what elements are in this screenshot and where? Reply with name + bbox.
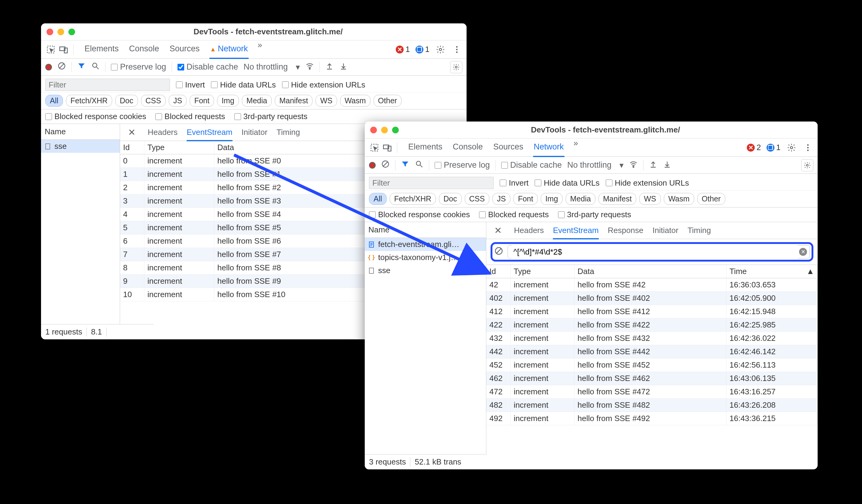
hide-data-urls-checkbox[interactable]: Hide data URLs <box>535 178 600 188</box>
subtab-headers[interactable]: Headers <box>148 128 178 137</box>
record-icon[interactable] <box>45 64 52 70</box>
table-header-type[interactable]: Type <box>511 265 574 278</box>
download-icon[interactable] <box>663 160 671 170</box>
type-chip-all[interactable]: All <box>45 95 63 107</box>
device-icon[interactable] <box>58 44 69 55</box>
error-badge[interactable]: ✕2 <box>747 143 761 152</box>
table-row[interactable]: 482incrementhello from SSE #48216:43:26.… <box>486 399 818 412</box>
preserve-log-checkbox[interactable]: Preserve log <box>435 160 490 170</box>
third-party-checkbox[interactable]: 3rd-party requests <box>558 210 631 219</box>
tab-console[interactable]: Console <box>129 40 160 58</box>
clear-icon[interactable] <box>57 62 66 72</box>
throttling-select[interactable]: No throttling▾ <box>567 160 624 170</box>
inspect-icon[interactable] <box>45 44 56 55</box>
more-tabs-icon[interactable]: » <box>574 138 578 157</box>
disable-cache-checkbox[interactable]: Disable cache <box>501 160 562 170</box>
network-settings-icon[interactable] <box>450 61 462 73</box>
table-row[interactable]: 42incrementhello from SSE #4216:36:03.65… <box>486 278 818 292</box>
search-icon[interactable] <box>415 160 423 170</box>
type-chip-all[interactable]: All <box>369 193 387 205</box>
close-icon[interactable]: ✕ <box>491 225 505 236</box>
filter-input[interactable] <box>369 177 494 189</box>
close-window-icon[interactable] <box>47 29 53 35</box>
tab-sources[interactable]: Sources <box>493 138 524 157</box>
subtab-initiator[interactable]: Initiator <box>241 128 267 137</box>
type-chip-ws[interactable]: WS <box>315 95 337 107</box>
type-chip-css[interactable]: CSS <box>465 193 489 205</box>
table-header-data[interactable]: Data <box>574 265 727 278</box>
filter-input[interactable] <box>45 79 170 91</box>
type-chip-js[interactable]: JS <box>492 193 510 205</box>
table-header-data[interactable]: Data <box>214 141 381 154</box>
blocked-requests-checkbox[interactable]: Blocked requests <box>479 210 549 219</box>
type-chip-media[interactable]: Media <box>242 95 272 107</box>
close-icon[interactable]: ✕ <box>125 127 139 137</box>
table-row[interactable]: 472incrementhello from SSE #47216:43:16.… <box>486 385 818 399</box>
type-chip-doc[interactable]: Doc <box>439 193 461 205</box>
table-row[interactable]: 462incrementhello from SSE #46216:43:06.… <box>486 372 818 385</box>
disable-cache-checkbox[interactable]: Disable cache <box>178 62 238 72</box>
table-row[interactable]: 492incrementhello from SSE #49216:43:36.… <box>486 412 818 425</box>
type-chip-font[interactable]: Font <box>513 193 538 205</box>
filter-icon[interactable] <box>401 160 409 170</box>
type-chip-manifest[interactable]: Manifest <box>599 193 636 205</box>
regex-filter-input[interactable] <box>510 245 799 258</box>
clear-icon[interactable] <box>381 160 390 170</box>
table-header-id[interactable]: Id <box>120 141 144 154</box>
tab-sources[interactable]: Sources <box>169 40 200 58</box>
table-header-time[interactable]: Time▲ <box>727 265 818 278</box>
type-chip-wasm[interactable]: Wasm <box>340 95 370 107</box>
issues-badge[interactable]: ❐1 <box>767 143 781 152</box>
invert-checkbox[interactable]: Invert <box>176 80 205 90</box>
type-chip-ws[interactable]: WS <box>639 193 661 205</box>
tab-console[interactable]: Console <box>452 138 484 157</box>
record-icon[interactable] <box>369 162 376 169</box>
filter-icon[interactable] <box>77 62 86 72</box>
subtab-response[interactable]: Response <box>608 226 643 235</box>
kebab-icon[interactable] <box>802 142 813 153</box>
wifi-icon[interactable] <box>629 160 638 170</box>
type-chip-other[interactable]: Other <box>374 95 402 107</box>
subtab-headers[interactable]: Headers <box>514 226 544 235</box>
type-chip-other[interactable]: Other <box>697 193 726 205</box>
request-item[interactable]: fetch-eventstream.gli… <box>365 238 486 251</box>
settings-icon[interactable] <box>435 44 446 55</box>
table-row[interactable]: 412incrementhello from SSE #41216:42:15.… <box>486 305 818 318</box>
issues-badge[interactable]: ❐1 <box>416 45 430 54</box>
zoom-window-icon[interactable] <box>68 29 75 35</box>
clear-icon[interactable] <box>494 247 503 257</box>
table-header-id[interactable]: Id <box>486 265 511 278</box>
subtab-eventstream[interactable]: EventStream <box>553 226 599 239</box>
close-window-icon[interactable] <box>370 127 377 133</box>
type-chip-fetch-xhr[interactable]: Fetch/XHR <box>66 95 112 107</box>
subtab-eventstream[interactable]: EventStream <box>187 128 232 141</box>
tab-network[interactable]: Network <box>533 138 564 157</box>
hide-ext-urls-checkbox[interactable]: Hide extension URLs <box>606 178 689 188</box>
type-chip-manifest[interactable]: Manifest <box>275 95 312 107</box>
hide-data-urls-checkbox[interactable]: Hide data URLs <box>211 80 276 90</box>
type-chip-font[interactable]: Font <box>190 95 214 107</box>
type-chip-fetch-xhr[interactable]: Fetch/XHR <box>390 193 436 205</box>
table-row[interactable]: 402incrementhello from SSE #40216:42:05.… <box>486 292 818 305</box>
kebab-icon[interactable] <box>452 44 462 55</box>
subtab-timing[interactable]: Timing <box>688 226 711 235</box>
request-item[interactable]: topics-taxonomy-v1.j… <box>365 251 486 264</box>
table-row[interactable]: 442incrementhello from SSE #44216:42:46.… <box>486 345 818 358</box>
more-tabs-icon[interactable]: » <box>258 40 262 58</box>
type-chip-js[interactable]: JS <box>169 95 187 107</box>
invert-checkbox[interactable]: Invert <box>500 178 528 188</box>
table-header-type[interactable]: Type <box>144 141 214 154</box>
type-chip-img[interactable]: Img <box>541 193 563 205</box>
inspect-icon[interactable] <box>369 142 380 153</box>
hide-ext-urls-checkbox[interactable]: Hide extension URLs <box>282 80 365 90</box>
minimize-window-icon[interactable] <box>381 127 388 133</box>
error-badge[interactable]: ✕1 <box>396 45 410 54</box>
blocked-cookies-checkbox[interactable]: Blocked response cookies <box>369 210 470 219</box>
minimize-window-icon[interactable] <box>57 29 64 35</box>
type-chip-css[interactable]: CSS <box>141 95 166 107</box>
table-row[interactable]: 422incrementhello from SSE #42216:42:25.… <box>486 318 818 332</box>
blocked-cookies-checkbox[interactable]: Blocked response cookies <box>45 112 146 121</box>
network-settings-icon[interactable] <box>801 159 813 171</box>
search-icon[interactable] <box>91 62 100 72</box>
wifi-icon[interactable] <box>305 62 314 72</box>
